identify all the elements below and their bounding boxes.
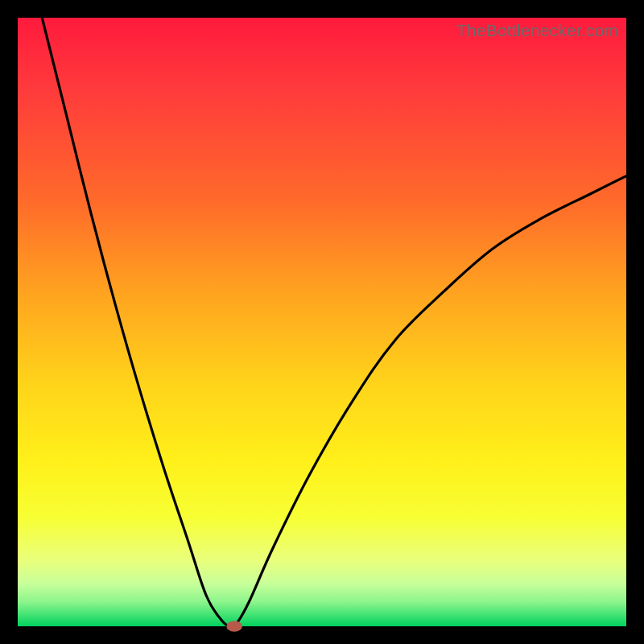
optimum-marker bbox=[226, 621, 242, 632]
bottleneck-curve-svg bbox=[18, 18, 626, 626]
chart-frame: TheBottlenecker.com bbox=[0, 0, 644, 644]
bottleneck-curve-path bbox=[42, 18, 626, 627]
gradient-plot-area: TheBottlenecker.com bbox=[18, 18, 626, 626]
